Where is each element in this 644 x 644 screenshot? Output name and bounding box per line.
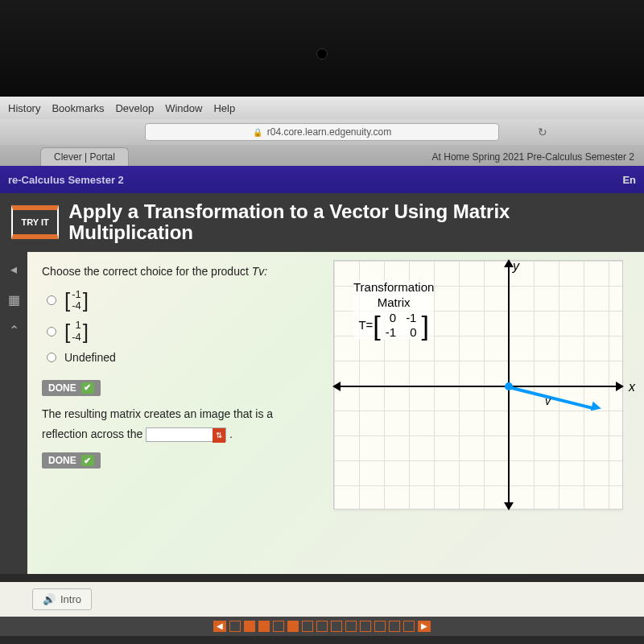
progress-seg-current[interactable]	[258, 621, 270, 632]
arrow-down-icon	[504, 502, 514, 510]
question-panel: Choose the correct choice for the produc…	[27, 252, 333, 574]
option-a[interactable]: [ -1 -4 ]	[47, 289, 319, 312]
reload-icon[interactable]: ↻	[538, 126, 547, 138]
progress-seg[interactable]	[374, 621, 386, 632]
x-axis-label: x	[629, 380, 635, 394]
content-area: ◂ ▦ ⌃ Choose the correct choice for the …	[0, 252, 644, 574]
tab-course[interactable]: At Home Spring 2021 Pre-Calculus Semeste…	[423, 148, 644, 166]
menu-history[interactable]: History	[8, 102, 40, 114]
address-bar[interactable]: 🔒 r04.core.learn.edgenuity.com	[145, 123, 499, 141]
reflection-dropdown[interactable]: ⇅	[146, 427, 226, 442]
x-axis	[334, 386, 622, 387]
progress-seg[interactable]	[229, 621, 241, 632]
dropdown-handle-icon[interactable]: ⇅	[213, 428, 225, 443]
transformation-matrix-box: Transformation Matrix T= [ 0 -1 -1 0 ]	[353, 280, 434, 340]
lesson-title: Apply a Transformation to a Vector Using…	[68, 201, 633, 244]
done-button-1[interactable]: DONE ✔	[42, 380, 101, 396]
option-b[interactable]: [ 1 -4 ]	[47, 320, 319, 343]
progress-seg[interactable]	[316, 621, 328, 632]
option-c[interactable]: Undefined	[47, 351, 319, 364]
followup-text: The resulting matrix creates an image th…	[42, 404, 319, 444]
arrow-right-icon	[616, 382, 624, 391]
course-name: re-Calculus Semester 2	[8, 174, 124, 186]
camera-dot	[316, 48, 328, 60]
intro-button[interactable]: 🔊 Intro	[32, 588, 92, 610]
browser-tabbar: Clever | Portal At Home Spring 2021 Pre-…	[0, 145, 644, 166]
arrow-left-icon	[332, 382, 341, 391]
try-it-badge: TRY IT	[11, 205, 59, 239]
language-toggle[interactable]: En	[622, 174, 636, 186]
vector-arrowhead-icon	[591, 402, 603, 414]
back-icon[interactable]: ◂	[6, 262, 22, 278]
menu-bookmarks[interactable]: Bookmarks	[52, 102, 104, 114]
radio-b[interactable]	[47, 327, 56, 336]
mac-menubar: History Bookmarks Develop Window Help	[0, 97, 644, 119]
prev-page-button[interactable]: ◀	[213, 621, 226, 632]
check-icon: ✔	[81, 455, 94, 466]
progress-seg[interactable]	[273, 621, 284, 632]
radio-a[interactable]	[47, 295, 56, 305]
vector-v	[509, 386, 596, 410]
coordinate-graph: /*grid drawn via loop below*/ Transforma…	[333, 260, 623, 510]
up-icon[interactable]: ⌃	[6, 323, 22, 339]
y-axis-label: y	[513, 259, 519, 274]
progress-seg[interactable]	[389, 621, 400, 632]
progress-seg[interactable]	[360, 621, 371, 632]
sound-icon: 🔊	[43, 593, 56, 605]
check-icon: ✔	[81, 382, 94, 394]
progress-seg[interactable]	[403, 621, 415, 632]
progress-seg[interactable]	[331, 621, 342, 632]
browser-toolbar: 🔒 r04.core.learn.edgenuity.com ↻	[0, 119, 644, 145]
radio-c[interactable]	[47, 353, 56, 362]
option-c-label: Undefined	[64, 351, 116, 364]
calculator-icon[interactable]: ▦	[6, 292, 22, 308]
lesson-footer: 🔊 Intro	[0, 582, 644, 617]
vector-label: v	[545, 394, 551, 407]
progress-bar: ◀ ▶	[0, 617, 644, 636]
progress-seg[interactable]	[287, 621, 299, 632]
course-header: re-Calculus Semester 2 En	[0, 166, 644, 193]
graph-panel: /*grid drawn via loop below*/ Transforma…	[333, 252, 644, 574]
menu-develop[interactable]: Develop	[115, 102, 154, 114]
lock-icon: 🔒	[253, 128, 262, 137]
tab-clever[interactable]: Clever | Portal	[40, 147, 129, 166]
tool-sidebar: ◂ ▦ ⌃	[0, 252, 27, 574]
menu-window[interactable]: Window	[165, 102, 202, 114]
done-button-2[interactable]: DONE ✔	[42, 452, 101, 469]
menu-help[interactable]: Help	[213, 102, 235, 114]
lesson-header: TRY IT Apply a Transformation to a Vecto…	[0, 193, 644, 252]
progress-seg[interactable]	[345, 621, 357, 632]
next-page-button[interactable]: ▶	[418, 621, 431, 632]
question-prompt: Choose the correct choice for the produc…	[42, 265, 319, 278]
progress-seg[interactable]	[244, 621, 255, 632]
url-text: r04.core.learn.edgenuity.com	[267, 126, 392, 138]
progress-seg[interactable]	[302, 621, 313, 632]
